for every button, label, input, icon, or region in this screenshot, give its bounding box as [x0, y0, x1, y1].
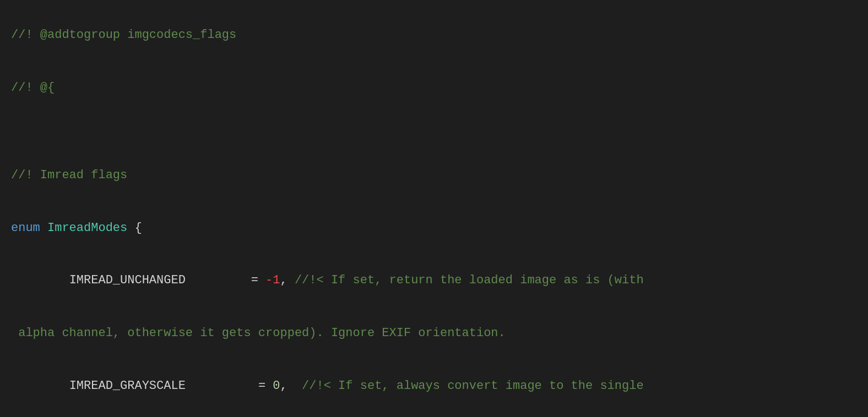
line-5-brace: { — [127, 221, 142, 235]
line-4: //! Imread flags — [11, 168, 127, 182]
line-8-comma: , — [280, 379, 302, 393]
line-6-num: -1 — [265, 273, 280, 287]
line-6-comment: //!< If set, return the loaded image as … — [295, 273, 644, 287]
line-8-comment: //!< If set, always convert image to the… — [302, 379, 644, 393]
line-5-name: ImreadModes — [40, 221, 127, 235]
line-6-member: IMREAD_UNCHANGED = — [11, 273, 265, 287]
code-viewer: //! @addtogroup imgcodecs_flags //! @{ /… — [11, 9, 857, 417]
line-8-member: IMREAD_GRAYSCALE = — [11, 379, 273, 393]
line-8-num: 0 — [273, 379, 280, 393]
line-6-comma: , — [280, 273, 295, 287]
line-1: //! @addtogroup imgcodecs_flags — [11, 28, 236, 42]
line-7-wrap: alpha channel, otherwise it gets cropped… — [11, 326, 506, 340]
line-2: //! @{ — [11, 81, 55, 95]
line-5-keyword: enum — [11, 221, 40, 235]
